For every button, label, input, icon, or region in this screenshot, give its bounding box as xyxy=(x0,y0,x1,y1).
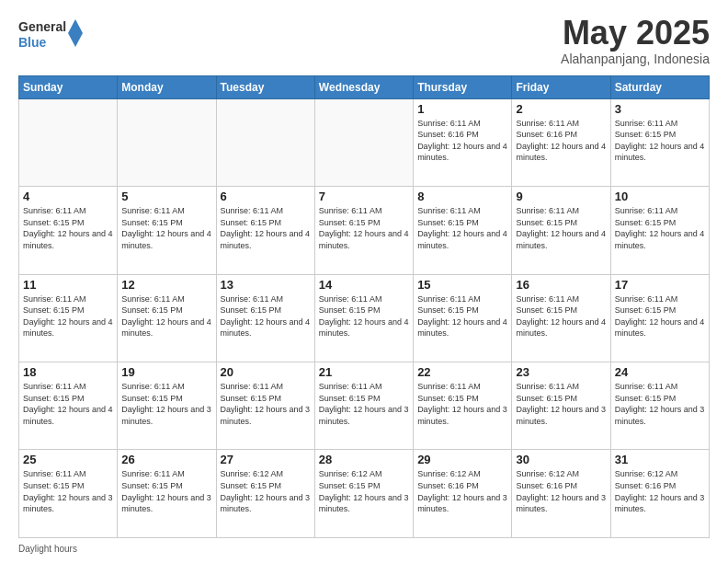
day-number: 21 xyxy=(319,365,409,379)
calendar-week-row: 11Sunrise: 6:11 AM Sunset: 6:15 PM Dayli… xyxy=(19,274,710,362)
day-info: Sunrise: 6:11 AM Sunset: 6:15 PM Dayligh… xyxy=(516,293,606,339)
calendar-cell: 22Sunrise: 6:11 AM Sunset: 6:15 PM Dayli… xyxy=(414,362,512,450)
calendar-cell: 13Sunrise: 6:11 AM Sunset: 6:15 PM Dayli… xyxy=(216,274,314,362)
calendar-cell: 16Sunrise: 6:11 AM Sunset: 6:15 PM Dayli… xyxy=(512,274,610,362)
calendar-day-header: Tuesday xyxy=(216,75,314,98)
day-info: Sunrise: 6:11 AM Sunset: 6:15 PM Dayligh… xyxy=(221,205,311,251)
calendar-cell: 11Sunrise: 6:11 AM Sunset: 6:15 PM Dayli… xyxy=(19,274,118,362)
footer: Daylight hours xyxy=(18,544,710,554)
day-info: Sunrise: 6:11 AM Sunset: 6:15 PM Dayligh… xyxy=(23,468,113,514)
day-info: Sunrise: 6:11 AM Sunset: 6:15 PM Dayligh… xyxy=(221,293,311,339)
day-info: Sunrise: 6:11 AM Sunset: 6:15 PM Dayligh… xyxy=(23,381,113,427)
day-number: 8 xyxy=(417,190,507,203)
day-number: 30 xyxy=(516,453,606,466)
day-number: 14 xyxy=(319,278,409,292)
calendar-day-header: Saturday xyxy=(610,75,709,98)
title-block: May 2025 Alahanpanjang, Indonesia xyxy=(561,15,710,66)
calendar-cell xyxy=(118,98,216,186)
calendar-cell: 6Sunrise: 6:11 AM Sunset: 6:15 PM Daylig… xyxy=(216,187,314,274)
day-number: 2 xyxy=(516,102,606,116)
month-title: May 2025 xyxy=(561,15,710,52)
header: General Blue May 2025 Alahanpanjang, Ind… xyxy=(18,15,710,66)
day-number: 28 xyxy=(319,453,409,466)
day-info: Sunrise: 6:11 AM Sunset: 6:15 PM Dayligh… xyxy=(121,468,211,514)
day-info: Sunrise: 6:11 AM Sunset: 6:15 PM Dayligh… xyxy=(417,205,507,251)
calendar-cell: 12Sunrise: 6:11 AM Sunset: 6:15 PM Dayli… xyxy=(118,274,216,362)
calendar-cell: 9Sunrise: 6:11 AM Sunset: 6:15 PM Daylig… xyxy=(512,187,610,274)
svg-text:Blue: Blue xyxy=(18,35,47,50)
calendar-cell: 29Sunrise: 6:12 AM Sunset: 6:16 PM Dayli… xyxy=(414,450,512,538)
calendar-cell: 2Sunrise: 6:11 AM Sunset: 6:16 PM Daylig… xyxy=(512,98,610,186)
day-info: Sunrise: 6:12 AM Sunset: 6:16 PM Dayligh… xyxy=(516,468,606,514)
day-info: Sunrise: 6:11 AM Sunset: 6:15 PM Dayligh… xyxy=(615,118,705,164)
calendar-cell: 24Sunrise: 6:11 AM Sunset: 6:15 PM Dayli… xyxy=(610,362,709,450)
day-info: Sunrise: 6:12 AM Sunset: 6:15 PM Dayligh… xyxy=(221,468,311,514)
day-info: Sunrise: 6:11 AM Sunset: 6:15 PM Dayligh… xyxy=(516,381,606,427)
logo: General Blue xyxy=(18,15,83,52)
day-number: 22 xyxy=(417,365,507,379)
calendar-cell: 1Sunrise: 6:11 AM Sunset: 6:16 PM Daylig… xyxy=(414,98,512,186)
svg-text:General: General xyxy=(18,19,66,34)
calendar-cell: 10Sunrise: 6:11 AM Sunset: 6:15 PM Dayli… xyxy=(610,187,709,274)
calendar-cell: 5Sunrise: 6:11 AM Sunset: 6:15 PM Daylig… xyxy=(118,187,216,274)
day-info: Sunrise: 6:11 AM Sunset: 6:15 PM Dayligh… xyxy=(23,293,113,339)
calendar-cell: 21Sunrise: 6:11 AM Sunset: 6:15 PM Dayli… xyxy=(314,362,413,450)
calendar-day-header: Wednesday xyxy=(314,75,413,98)
svg-marker-2 xyxy=(68,19,83,47)
day-info: Sunrise: 6:11 AM Sunset: 6:15 PM Dayligh… xyxy=(221,381,311,427)
day-number: 6 xyxy=(221,190,311,203)
day-number: 29 xyxy=(417,453,507,466)
calendar-cell: 20Sunrise: 6:11 AM Sunset: 6:15 PM Dayli… xyxy=(216,362,314,450)
day-number: 1 xyxy=(417,102,507,116)
calendar-cell: 23Sunrise: 6:11 AM Sunset: 6:15 PM Dayli… xyxy=(512,362,610,450)
day-info: Sunrise: 6:11 AM Sunset: 6:15 PM Dayligh… xyxy=(615,381,705,427)
calendar-day-header: Sunday xyxy=(19,75,118,98)
calendar-day-header: Monday xyxy=(118,75,216,98)
day-number: 20 xyxy=(221,365,311,379)
day-number: 11 xyxy=(23,278,113,292)
day-number: 4 xyxy=(23,190,113,203)
calendar-cell: 30Sunrise: 6:12 AM Sunset: 6:16 PM Dayli… xyxy=(512,450,610,538)
day-number: 15 xyxy=(417,278,507,292)
calendar-cell xyxy=(314,98,413,186)
day-info: Sunrise: 6:11 AM Sunset: 6:15 PM Dayligh… xyxy=(417,293,507,339)
calendar-cell: 25Sunrise: 6:11 AM Sunset: 6:15 PM Dayli… xyxy=(19,450,118,538)
day-info: Sunrise: 6:11 AM Sunset: 6:15 PM Dayligh… xyxy=(121,381,211,427)
day-number: 25 xyxy=(23,453,113,466)
calendar-cell xyxy=(216,98,314,186)
day-info: Sunrise: 6:11 AM Sunset: 6:15 PM Dayligh… xyxy=(121,205,211,251)
day-number: 27 xyxy=(221,453,311,466)
day-number: 26 xyxy=(121,453,211,466)
day-info: Sunrise: 6:11 AM Sunset: 6:15 PM Dayligh… xyxy=(417,381,507,427)
calendar-cell: 27Sunrise: 6:12 AM Sunset: 6:15 PM Dayli… xyxy=(216,450,314,538)
calendar-week-row: 18Sunrise: 6:11 AM Sunset: 6:15 PM Dayli… xyxy=(19,362,710,450)
day-number: 16 xyxy=(516,278,606,292)
generalblue-logo-icon: General Blue xyxy=(18,15,83,52)
day-info: Sunrise: 6:12 AM Sunset: 6:16 PM Dayligh… xyxy=(615,468,705,514)
daylight-label: Daylight hours xyxy=(18,544,77,554)
day-number: 10 xyxy=(615,190,705,203)
day-info: Sunrise: 6:11 AM Sunset: 6:15 PM Dayligh… xyxy=(319,293,409,339)
day-number: 5 xyxy=(121,190,211,203)
day-number: 31 xyxy=(615,453,705,466)
day-number: 7 xyxy=(319,190,409,203)
calendar-cell: 7Sunrise: 6:11 AM Sunset: 6:15 PM Daylig… xyxy=(314,187,413,274)
day-info: Sunrise: 6:11 AM Sunset: 6:15 PM Dayligh… xyxy=(23,205,113,251)
day-number: 3 xyxy=(615,102,705,116)
day-info: Sunrise: 6:11 AM Sunset: 6:15 PM Dayligh… xyxy=(615,205,705,251)
calendar-day-header: Thursday xyxy=(414,75,512,98)
calendar-week-row: 1Sunrise: 6:11 AM Sunset: 6:16 PM Daylig… xyxy=(19,98,710,186)
calendar-cell: 4Sunrise: 6:11 AM Sunset: 6:15 PM Daylig… xyxy=(19,187,118,274)
day-number: 12 xyxy=(121,278,211,292)
day-info: Sunrise: 6:11 AM Sunset: 6:15 PM Dayligh… xyxy=(319,381,409,427)
calendar-week-row: 4Sunrise: 6:11 AM Sunset: 6:15 PM Daylig… xyxy=(19,187,710,274)
location: Alahanpanjang, Indonesia xyxy=(561,52,710,66)
calendar-week-row: 25Sunrise: 6:11 AM Sunset: 6:15 PM Dayli… xyxy=(19,450,710,538)
day-number: 19 xyxy=(121,365,211,379)
day-info: Sunrise: 6:11 AM Sunset: 6:16 PM Dayligh… xyxy=(417,118,507,164)
calendar-cell: 3Sunrise: 6:11 AM Sunset: 6:15 PM Daylig… xyxy=(610,98,709,186)
day-number: 23 xyxy=(516,365,606,379)
calendar-cell: 17Sunrise: 6:11 AM Sunset: 6:15 PM Dayli… xyxy=(610,274,709,362)
calendar-cell: 8Sunrise: 6:11 AM Sunset: 6:15 PM Daylig… xyxy=(414,187,512,274)
day-number: 9 xyxy=(516,190,606,203)
